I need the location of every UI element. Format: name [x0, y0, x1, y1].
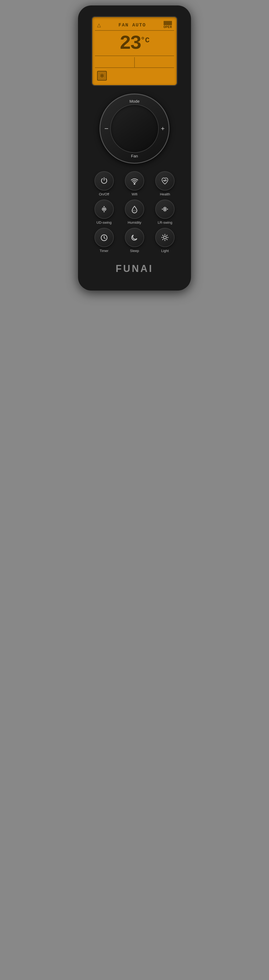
udswing-button-item[interactable]: UD-swing: [92, 199, 117, 224]
remote-body: △ FAN AUTO ▓▓▓ OPER 23 °C ❄ Mode Fan −: [78, 5, 191, 291]
health-button-item[interactable]: Health: [152, 171, 177, 196]
wifi-icon: [130, 177, 139, 185]
dial-inner-circle: [110, 104, 159, 153]
svg-line-6: [135, 210, 136, 211]
humidity-button[interactable]: [125, 199, 144, 219]
udswing-label: UD-swing: [96, 221, 111, 224]
power-icon: [100, 177, 108, 185]
svg-line-5: [134, 210, 134, 211]
dial-fan-label[interactable]: Fan: [131, 154, 138, 158]
svg-line-4: [133, 210, 133, 211]
udswing-button[interactable]: [95, 199, 114, 219]
timer-label: Timer: [100, 249, 108, 253]
health-icon: [161, 177, 169, 185]
timer-button-item[interactable]: Timer: [92, 228, 117, 253]
buttons-grid: On/Off Wifi Health: [92, 171, 177, 253]
snowflake-icon: ❄: [97, 71, 107, 81]
dial-mode-label[interactable]: Mode: [130, 99, 139, 103]
dial-minus-button[interactable]: −: [104, 124, 108, 133]
svg-point-11: [163, 236, 166, 239]
light-label: Light: [161, 249, 169, 253]
humidity-icon: [130, 205, 139, 213]
lrswing-button[interactable]: [155, 199, 174, 219]
lcd-middle-left: [95, 57, 135, 67]
wifi-button-item[interactable]: Wifi: [122, 171, 147, 196]
health-label: Health: [160, 192, 170, 196]
light-icon: [161, 233, 169, 242]
onoff-button[interactable]: [95, 171, 114, 191]
svg-line-18: [167, 235, 167, 236]
lcd-temp-row: 23 °C: [95, 32, 174, 56]
battery-icon: ▓▓▓: [163, 21, 172, 25]
lrswing-label: LR-swing: [158, 221, 172, 224]
timer-button[interactable]: [95, 228, 114, 247]
svg-line-16: [163, 235, 163, 236]
health-button[interactable]: [155, 171, 174, 191]
lcd-mode-text: FAN AUTO: [119, 22, 146, 28]
wifi-button[interactable]: [125, 171, 144, 191]
brand-name: FUNAI: [116, 263, 153, 274]
dial-outer-ring[interactable]: [100, 94, 169, 164]
onoff-button-item[interactable]: On/Off: [92, 171, 117, 196]
sleep-icon: [130, 233, 139, 242]
svg-point-0: [134, 183, 135, 185]
humidity-label: Humidity: [128, 221, 141, 224]
control-dial[interactable]: Mode Fan − +: [100, 94, 169, 164]
light-button[interactable]: [155, 228, 174, 247]
humidity-button-item[interactable]: Humidity: [122, 199, 147, 224]
lcd-oper-text: OPER: [163, 25, 172, 29]
sleep-button-item[interactable]: Sleep: [122, 228, 147, 253]
timer-icon: [100, 233, 108, 242]
lcd-unit: °C: [141, 36, 150, 45]
udswing-icon: [100, 205, 108, 213]
dial-plus-button[interactable]: +: [161, 125, 165, 132]
onoff-label: On/Off: [99, 192, 109, 196]
bell-icon: △: [97, 22, 101, 28]
lcd-display: △ FAN AUTO ▓▓▓ OPER 23 °C ❄: [92, 16, 177, 86]
svg-line-17: [167, 239, 167, 240]
wifi-label: Wifi: [131, 192, 138, 196]
light-button-item[interactable]: Light: [152, 228, 177, 253]
sleep-label: Sleep: [130, 249, 139, 253]
lrswing-icon: [161, 205, 169, 213]
sleep-button[interactable]: [125, 228, 144, 247]
lcd-top-row: △ FAN AUTO ▓▓▓ OPER: [95, 20, 174, 31]
svg-line-19: [163, 239, 163, 240]
lcd-middle-right: [135, 57, 174, 67]
lcd-right-section: ▓▓▓ OPER: [163, 21, 172, 29]
lcd-temperature: 23: [119, 34, 141, 53]
lrswing-button-item[interactable]: LR-swing: [152, 199, 177, 224]
lcd-middle-row: [95, 57, 174, 68]
lcd-bottom-row: ❄: [95, 69, 174, 83]
